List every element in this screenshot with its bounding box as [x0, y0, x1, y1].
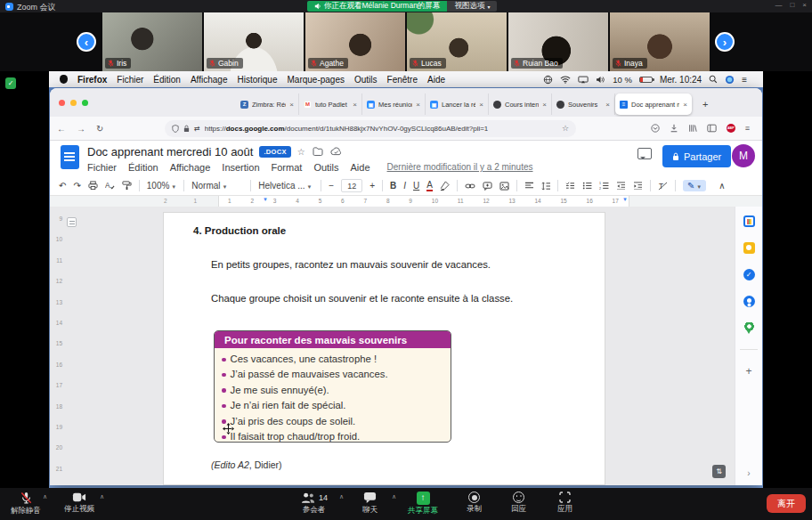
insert-image-icon[interactable] [499, 182, 509, 191]
increase-font-size-button[interactable]: + [369, 181, 375, 191]
menubar-menu[interactable]: Outils [354, 75, 378, 85]
tab-close-icon[interactable]: × [683, 101, 687, 109]
increase-indent-icon[interactable] [633, 182, 643, 190]
editing-mode-button[interactable]: ✎▼ [683, 180, 706, 191]
bookmark-star-icon[interactable]: ☆ [562, 124, 569, 133]
horizontal-ruler[interactable]: 2 1 1 2 3 4 5 6 7 8 9 10 11 12 13 14 15 … [50, 196, 762, 207]
adblock-plus-icon[interactable]: ABP [727, 124, 735, 133]
address-bar[interactable]: ⇄ https://docs.google.com/document/d/1tu… [165, 120, 576, 137]
add-comment-icon[interactable] [483, 182, 492, 191]
tab-cours-intensifs[interactable]: Cours intensifs Un × [489, 93, 552, 115]
participant-tile[interactable]: Gabin [204, 12, 304, 71]
font-size-input[interactable]: 12 [341, 179, 362, 192]
print-icon[interactable] [88, 181, 98, 191]
indent-marker[interactable]: ▼ [263, 197, 268, 202]
tab-lancer-reunion[interactable]: ▣ Lancer la réunion × [426, 93, 489, 115]
unmute-button[interactable]: 解除静音 [11, 492, 41, 516]
collapse-toolbar-icon[interactable]: ∧ [719, 181, 725, 191]
font-select[interactable]: Helvetica ...▼ [258, 181, 313, 191]
tab-close-icon[interactable]: × [542, 101, 547, 109]
underline-button[interactable]: U [413, 181, 419, 191]
tab-close-icon[interactable]: × [416, 101, 420, 109]
zoom-select[interactable]: 100%▼ [147, 181, 177, 191]
document-page[interactable]: 4. Production orale En petits groupes, r… [163, 212, 605, 485]
participants-options-chevron[interactable]: ∧ [339, 493, 344, 500]
share-screen-button[interactable]: 共享屏幕 [408, 492, 438, 516]
maps-icon[interactable] [743, 322, 755, 334]
tab-close-icon[interactable]: × [479, 101, 483, 109]
keep-icon[interactable] [743, 242, 755, 254]
globe-icon[interactable] [543, 75, 553, 85]
docs-app-icon[interactable] [61, 145, 79, 169]
menubar-app-menu[interactable]: Firefox [77, 75, 107, 85]
doc-title[interactable]: Doc apprenant mercredi 10 août [87, 145, 253, 158]
share-button[interactable]: Partager [662, 145, 731, 167]
library-icon[interactable] [688, 124, 697, 133]
spellcheck-icon[interactable]: A [105, 181, 115, 191]
menubar-menu[interactable]: Affichage [191, 75, 228, 85]
italic-button[interactable]: I [403, 181, 406, 191]
reload-button[interactable]: ↻ [96, 124, 103, 134]
redo-icon[interactable]: ↷ [73, 181, 80, 191]
apps-button[interactable]: 应用 [557, 492, 572, 515]
line-spacing-icon[interactable] [541, 182, 550, 191]
hide-side-panel-chevron[interactable]: › [747, 468, 750, 478]
tab-zimbra[interactable]: Z Zimbra: Réception × [236, 93, 299, 115]
new-tab-button[interactable]: + [702, 99, 708, 110]
insert-link-icon[interactable] [465, 182, 475, 191]
tab-close-icon[interactable]: × [353, 101, 357, 109]
spotlight-search-icon[interactable] [709, 75, 718, 84]
calendar-icon[interactable] [743, 215, 755, 227]
docs-menu-fichier[interactable]: Fichier [87, 162, 117, 173]
back-button[interactable]: ← [57, 124, 66, 134]
mic-options-chevron[interactable]: ∧ [43, 493, 47, 500]
menubar-menu[interactable]: Aide [427, 75, 445, 85]
tab-souvenirs[interactable]: Souvenirs × [552, 93, 615, 115]
tracking-shield-icon[interactable] [172, 125, 179, 133]
explore-button[interactable]: ⇅ [712, 465, 726, 478]
participant-tile[interactable]: Agathe [305, 12, 405, 71]
cloud-status-icon[interactable] [330, 147, 342, 156]
siri-icon[interactable] [725, 75, 735, 85]
participant-tile[interactable]: Inaya [610, 12, 710, 71]
downloads-icon[interactable] [670, 124, 678, 133]
minimize-button[interactable]: — [775, 1, 782, 9]
move-folder-icon[interactable] [313, 147, 323, 156]
participant-tile[interactable]: Ruian Bao [508, 12, 608, 71]
stop-video-button[interactable]: 停止视频 [64, 492, 94, 515]
docs-menu-aide[interactable]: Aide [351, 162, 370, 173]
docs-menu-format[interactable]: Format [272, 162, 303, 173]
numbered-list-icon[interactable]: 12 [599, 182, 609, 190]
styles-select[interactable]: Normal▼ [191, 181, 243, 191]
menubar-menu[interactable]: Marque-pages [287, 75, 344, 85]
menubar-menu[interactable]: Édition [153, 75, 181, 85]
tab-doc-apprenant[interactable]: ≡ Doc apprenant me × [615, 93, 692, 115]
star-icon[interactable]: ☆ [297, 147, 305, 157]
menubar-menu[interactable]: Historique [237, 75, 277, 85]
tasks-icon[interactable]: ✓ [743, 269, 755, 280]
control-center-icon[interactable]: ≡ [742, 75, 747, 85]
get-addons-button[interactable]: + [745, 365, 751, 378]
decrease-indent-icon[interactable] [616, 182, 626, 190]
indent-marker[interactable]: ▼ [622, 197, 628, 202]
forward-button[interactable]: → [77, 124, 85, 134]
next-participants-button[interactable]: › [715, 32, 735, 52]
chat-options-chevron[interactable]: ∧ [392, 493, 396, 500]
chat-button[interactable]: 聊天 [362, 492, 378, 516]
account-avatar[interactable]: M [732, 144, 755, 167]
contacts-icon[interactable] [743, 296, 755, 307]
participant-tile[interactable]: Iris [102, 12, 202, 71]
align-icon[interactable] [524, 182, 534, 190]
last-modified-link[interactable]: Dernière modification il y a 2 minutes [387, 162, 533, 173]
docs-menu-outils[interactable]: Outils [313, 162, 338, 173]
checklist-icon[interactable] [565, 182, 575, 190]
docs-menu-affichage[interactable]: Affichage [170, 162, 211, 173]
permissions-icon[interactable]: ⇄ [194, 125, 200, 133]
document-outline-icon[interactable] [67, 217, 77, 227]
record-button[interactable]: 录制 [467, 492, 482, 515]
open-comments-icon[interactable] [637, 148, 652, 159]
tab-close-icon[interactable]: × [289, 101, 294, 109]
highlight-color-icon[interactable] [440, 181, 450, 191]
docs-menu-edition[interactable]: Édition [128, 162, 158, 173]
bold-button[interactable]: B [390, 181, 396, 191]
